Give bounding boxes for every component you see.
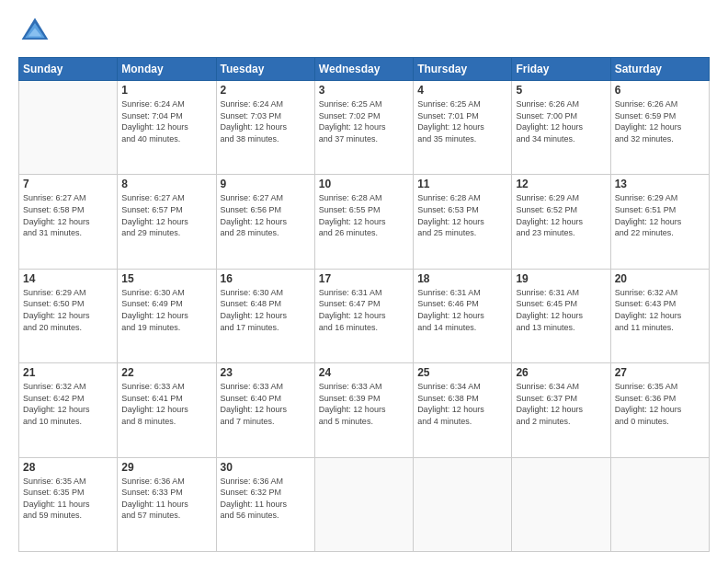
page: SundayMondayTuesdayWednesdayThursdayFrid…: [0, 0, 728, 563]
calendar-cell: 21Sunrise: 6:32 AM Sunset: 6:42 PM Dayli…: [19, 363, 118, 457]
calendar-cell: 5Sunrise: 6:26 AM Sunset: 7:00 PM Daylig…: [512, 81, 610, 175]
calendar-week-4: 21Sunrise: 6:32 AM Sunset: 6:42 PM Dayli…: [19, 363, 710, 457]
day-info: Sunrise: 6:27 AM Sunset: 6:58 PM Dayligh…: [23, 192, 113, 238]
day-number: 27: [615, 366, 705, 379]
calendar-cell: 10Sunrise: 6:28 AM Sunset: 6:55 PM Dayli…: [314, 175, 413, 269]
day-number: 5: [516, 84, 606, 97]
calendar-cell: [610, 457, 709, 551]
day-number: 26: [516, 366, 606, 379]
day-number: 7: [23, 178, 113, 190]
day-info: Sunrise: 6:32 AM Sunset: 6:42 PM Dayligh…: [23, 381, 113, 427]
calendar-cell: 6Sunrise: 6:26 AM Sunset: 6:59 PM Daylig…: [610, 81, 709, 175]
calendar-cell: 16Sunrise: 6:30 AM Sunset: 6:48 PM Dayli…: [216, 269, 314, 362]
calendar-cell: 20Sunrise: 6:32 AM Sunset: 6:43 PM Dayli…: [610, 269, 709, 362]
day-number: 4: [417, 84, 507, 97]
weekday-header-row: SundayMondayTuesdayWednesdayThursdayFrid…: [19, 58, 710, 81]
calendar-table: SundayMondayTuesdayWednesdayThursdayFrid…: [18, 57, 710, 552]
day-info: Sunrise: 6:25 AM Sunset: 7:02 PM Dayligh…: [319, 98, 409, 144]
day-number: 21: [23, 366, 113, 379]
day-number: 19: [516, 272, 606, 285]
calendar-cell: 22Sunrise: 6:33 AM Sunset: 6:41 PM Dayli…: [118, 363, 216, 457]
calendar-cell: 4Sunrise: 6:25 AM Sunset: 7:01 PM Daylig…: [414, 81, 512, 175]
calendar-cell: [512, 457, 610, 551]
day-info: Sunrise: 6:28 AM Sunset: 6:55 PM Dayligh…: [319, 192, 409, 238]
day-number: 22: [121, 366, 211, 379]
logo: [18, 15, 57, 48]
day-number: 12: [516, 178, 606, 190]
logo-icon: [18, 15, 51, 48]
day-info: Sunrise: 6:31 AM Sunset: 6:46 PM Dayligh…: [417, 287, 507, 333]
day-info: Sunrise: 6:33 AM Sunset: 6:41 PM Dayligh…: [121, 381, 211, 427]
day-info: Sunrise: 6:24 AM Sunset: 7:04 PM Dayligh…: [121, 98, 211, 144]
header: [18, 15, 710, 48]
calendar-week-1: 1Sunrise: 6:24 AM Sunset: 7:04 PM Daylig…: [19, 81, 710, 175]
day-number: 6: [615, 84, 705, 97]
day-info: Sunrise: 6:31 AM Sunset: 6:45 PM Dayligh…: [516, 287, 606, 333]
day-number: 8: [121, 178, 211, 190]
day-number: 15: [121, 272, 211, 285]
calendar-week-3: 14Sunrise: 6:29 AM Sunset: 6:50 PM Dayli…: [19, 269, 710, 362]
day-number: 3: [319, 84, 409, 97]
calendar-cell: 17Sunrise: 6:31 AM Sunset: 6:47 PM Dayli…: [314, 269, 413, 362]
calendar-cell: 2Sunrise: 6:24 AM Sunset: 7:03 PM Daylig…: [216, 81, 314, 175]
day-number: 23: [221, 366, 311, 379]
day-info: Sunrise: 6:32 AM Sunset: 6:43 PM Dayligh…: [615, 287, 705, 333]
day-info: Sunrise: 6:30 AM Sunset: 6:49 PM Dayligh…: [121, 287, 211, 333]
day-info: Sunrise: 6:29 AM Sunset: 6:51 PM Dayligh…: [615, 192, 705, 238]
day-info: Sunrise: 6:34 AM Sunset: 6:37 PM Dayligh…: [516, 381, 606, 427]
day-info: Sunrise: 6:33 AM Sunset: 6:39 PM Dayligh…: [319, 381, 409, 427]
day-info: Sunrise: 6:27 AM Sunset: 6:56 PM Dayligh…: [221, 192, 311, 238]
day-info: Sunrise: 6:33 AM Sunset: 6:40 PM Dayligh…: [221, 381, 311, 427]
day-number: 11: [417, 178, 507, 190]
calendar-cell: [314, 457, 413, 551]
day-number: 25: [417, 366, 507, 379]
calendar-cell: 18Sunrise: 6:31 AM Sunset: 6:46 PM Dayli…: [414, 269, 512, 362]
calendar-cell: 15Sunrise: 6:30 AM Sunset: 6:49 PM Dayli…: [118, 269, 216, 362]
day-number: 24: [319, 366, 409, 379]
day-info: Sunrise: 6:35 AM Sunset: 6:36 PM Dayligh…: [615, 381, 705, 427]
day-info: Sunrise: 6:36 AM Sunset: 6:33 PM Dayligh…: [121, 476, 211, 522]
day-number: 18: [417, 272, 507, 285]
day-info: Sunrise: 6:34 AM Sunset: 6:38 PM Dayligh…: [417, 381, 507, 427]
day-number: 29: [121, 461, 211, 474]
day-info: Sunrise: 6:31 AM Sunset: 6:47 PM Dayligh…: [319, 287, 409, 333]
calendar-cell: 3Sunrise: 6:25 AM Sunset: 7:02 PM Daylig…: [314, 81, 413, 175]
calendar-cell: 12Sunrise: 6:29 AM Sunset: 6:52 PM Dayli…: [512, 175, 610, 269]
day-info: Sunrise: 6:28 AM Sunset: 6:53 PM Dayligh…: [417, 192, 507, 238]
calendar-cell: 19Sunrise: 6:31 AM Sunset: 6:45 PM Dayli…: [512, 269, 610, 362]
day-info: Sunrise: 6:36 AM Sunset: 6:32 PM Dayligh…: [221, 476, 311, 522]
calendar-cell: 29Sunrise: 6:36 AM Sunset: 6:33 PM Dayli…: [118, 457, 216, 551]
day-number: 1: [121, 84, 211, 97]
day-number: 20: [615, 272, 705, 285]
day-info: Sunrise: 6:26 AM Sunset: 6:59 PM Dayligh…: [615, 98, 705, 144]
calendar-cell: 8Sunrise: 6:27 AM Sunset: 6:57 PM Daylig…: [118, 175, 216, 269]
day-info: Sunrise: 6:25 AM Sunset: 7:01 PM Dayligh…: [417, 98, 507, 144]
calendar-cell: 28Sunrise: 6:35 AM Sunset: 6:35 PM Dayli…: [19, 457, 118, 551]
day-number: 13: [615, 178, 705, 190]
day-info: Sunrise: 6:35 AM Sunset: 6:35 PM Dayligh…: [23, 476, 113, 522]
calendar-cell: 27Sunrise: 6:35 AM Sunset: 6:36 PM Dayli…: [610, 363, 709, 457]
calendar-cell: 9Sunrise: 6:27 AM Sunset: 6:56 PM Daylig…: [216, 175, 314, 269]
day-number: 10: [319, 178, 409, 190]
weekday-header-thursday: Thursday: [414, 58, 512, 81]
calendar-cell: 13Sunrise: 6:29 AM Sunset: 6:51 PM Dayli…: [610, 175, 709, 269]
calendar-cell: 30Sunrise: 6:36 AM Sunset: 6:32 PM Dayli…: [216, 457, 314, 551]
day-number: 30: [221, 461, 311, 474]
day-info: Sunrise: 6:24 AM Sunset: 7:03 PM Dayligh…: [221, 98, 311, 144]
calendar-cell: 1Sunrise: 6:24 AM Sunset: 7:04 PM Daylig…: [118, 81, 216, 175]
weekday-header-sunday: Sunday: [19, 58, 118, 81]
weekday-header-wednesday: Wednesday: [314, 58, 413, 81]
calendar-week-5: 28Sunrise: 6:35 AM Sunset: 6:35 PM Dayli…: [19, 457, 710, 551]
weekday-header-monday: Monday: [118, 58, 216, 81]
calendar-cell: 23Sunrise: 6:33 AM Sunset: 6:40 PM Dayli…: [216, 363, 314, 457]
calendar-cell: 11Sunrise: 6:28 AM Sunset: 6:53 PM Dayli…: [414, 175, 512, 269]
calendar-cell: 14Sunrise: 6:29 AM Sunset: 6:50 PM Dayli…: [19, 269, 118, 362]
calendar-cell: [19, 81, 118, 175]
weekday-header-saturday: Saturday: [610, 58, 709, 81]
day-number: 16: [221, 272, 311, 285]
day-number: 2: [221, 84, 311, 97]
calendar-cell: 26Sunrise: 6:34 AM Sunset: 6:37 PM Dayli…: [512, 363, 610, 457]
calendar-cell: 25Sunrise: 6:34 AM Sunset: 6:38 PM Dayli…: [414, 363, 512, 457]
day-info: Sunrise: 6:30 AM Sunset: 6:48 PM Dayligh…: [221, 287, 311, 333]
day-number: 17: [319, 272, 409, 285]
